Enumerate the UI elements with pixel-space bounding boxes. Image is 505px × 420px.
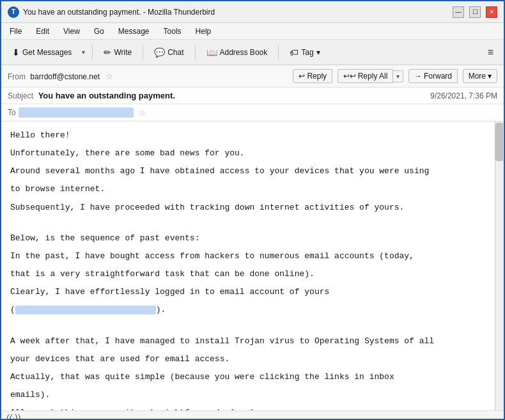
toolbar-separator-4 [278,45,279,60]
from-label: From [8,72,26,81]
forward-button[interactable]: → Forward [408,69,458,83]
more-dropdown-icon: ▾ [488,72,492,81]
forward-label: Forward [424,72,452,81]
email-header: From barrdoff@cstone.net ☆ ↩ Reply ↩↩ Re… [1,65,504,121]
reply-all-button[interactable]: ↩↩ Reply All [338,69,394,83]
body-line-12-pre: ( [10,305,15,315]
tag-button[interactable]: 🏷 Tag ▾ [284,44,325,61]
body-line-12: (). [10,304,495,316]
more-group: More ▾ [463,69,497,83]
email-action-buttons: ↩ Reply ↩↩ Reply All ▾ → Forward [293,69,497,83]
menu-go[interactable]: Go [92,26,106,36]
app-icon: T [8,6,19,18]
chat-label: Chat [167,48,183,57]
menu-help[interactable]: Help [194,26,214,36]
body-line-17: emails). [10,389,495,401]
title-bar: T You have an outstanding payment. - Moz… [1,1,504,23]
email-date: 9/26/2021, 7:36 PM [430,91,497,100]
address-book-label: Address Book [220,48,268,57]
tag-label: Tag [301,48,313,57]
toolbar: ⬇ Get Messages ▾ ✏ Write 💬 Chat 📖 Addres… [1,40,504,65]
toolbar-separator-1 [92,45,93,60]
reply-button[interactable]: ↩ Reply [293,69,332,83]
subject-label: Subject [8,91,33,100]
window-controls: — ☐ ✕ [453,6,497,18]
write-label: Write [114,48,132,57]
menu-message[interactable]: Message [116,26,152,36]
maximize-button[interactable]: ☐ [469,6,481,18]
to-label: To [8,108,16,117]
address-book-icon: 📖 [206,47,217,58]
menu-view[interactable]: View [61,26,82,36]
reply-all-group: ↩↩ Reply All ▾ [338,69,404,83]
body-line-4: Around several months ago I have obtaine… [10,165,495,178]
address-book-button[interactable]: 📖 Address Book [201,44,274,61]
body-line-5: to browse internet. [10,183,495,196]
body-line-10: that is a very straightforward task that… [10,268,495,281]
reply-all-label: Reply All [358,72,388,81]
more-label: More [469,72,486,81]
email-inline-redacted [15,306,156,315]
body-line-8: Below, is the sequence of past events: [10,232,495,245]
body-line-18: All smart things are quite straightforwa… [10,407,495,410]
reply-icon: ↩ [299,72,305,81]
body-line-6: Subsequently, I have proceeded with trac… [10,201,495,214]
write-button[interactable]: ✏ Write [98,44,137,61]
body-line-16: Actually, that was quite simple (because… [10,371,495,384]
email-subject-row: Subject You have an outstanding payment.… [1,88,504,104]
status-bar: ((·)) [1,410,504,420]
window-title: You have an outstanding payment. - Mozil… [23,8,215,17]
email-body-container: Hello there! Unfortunately, there are so… [1,121,504,410]
close-button[interactable]: ✕ [486,6,497,18]
from-email-address[interactable]: barrdoff@cstone.net [30,72,100,81]
more-button[interactable]: More ▾ [463,69,497,83]
email-actions-bar: From barrdoff@cstone.net ☆ ↩ Reply ↩↩ Re… [1,65,504,88]
tag-icon: 🏷 [290,47,299,58]
email-body: Hello there! Unfortunately, there are so… [1,121,504,410]
reply-all-dropdown[interactable]: ▾ [393,70,403,82]
reply-group: ↩ Reply [293,69,332,83]
wifi-icon: ((·)) [6,413,21,421]
get-messages-dropdown[interactable]: ▾ [80,45,87,59]
chat-button[interactable]: 💬 Chat [148,44,189,61]
tag-dropdown-icon: ▾ [316,48,320,57]
body-line-11: Clearly, I have effortlessly logged in t… [10,286,495,299]
get-messages-icon: ⬇ [12,47,20,58]
body-line-14: A week after that, I have managed to ins… [10,335,495,348]
sender-star-icon[interactable]: ☆ [105,72,113,81]
toolbar-separator-3 [195,45,196,60]
chat-icon: 💬 [154,47,165,58]
body-line-15: your devices that are used for email acc… [10,353,495,366]
menu-edit[interactable]: Edit [34,26,51,36]
body-line-9: In the past, I have bought access from h… [10,250,495,263]
title-bar-left: T You have an outstanding payment. - Moz… [8,6,215,18]
to-star-icon[interactable]: ☆ [139,108,146,118]
forward-icon: → [414,72,422,81]
subject-field: Subject You have an outstanding payment. [8,91,175,100]
body-line-1: Hello there! [10,129,495,142]
email-from: From barrdoff@cstone.net ☆ [8,72,113,81]
hamburger-menu-button[interactable]: ≡ [483,44,499,61]
scrollbar-track[interactable] [495,121,504,410]
to-address-redacted [19,107,134,118]
scrollbar-thumb[interactable] [495,123,503,161]
menu-tools[interactable]: Tools [162,26,183,36]
reply-all-icon: ↩↩ [343,72,356,81]
write-icon: ✏ [104,47,111,58]
get-messages-label: Get Messages [22,48,72,57]
email-to-row: To ☆ [1,104,504,121]
menu-bar: File Edit View Go Message Tools Help [1,23,504,40]
forward-group: → Forward [408,69,458,83]
toolbar-separator-2 [143,45,143,60]
reply-label: Reply [307,72,327,81]
body-line-12-post: ). [156,305,166,315]
subject-text: You have an outstanding payment. [38,91,175,100]
body-line-3: Unfortunately, there are some bad news f… [10,147,495,160]
menu-file[interactable]: File [8,26,24,36]
minimize-button[interactable]: — [453,6,464,18]
get-messages-button[interactable]: ⬇ Get Messages [6,44,77,61]
